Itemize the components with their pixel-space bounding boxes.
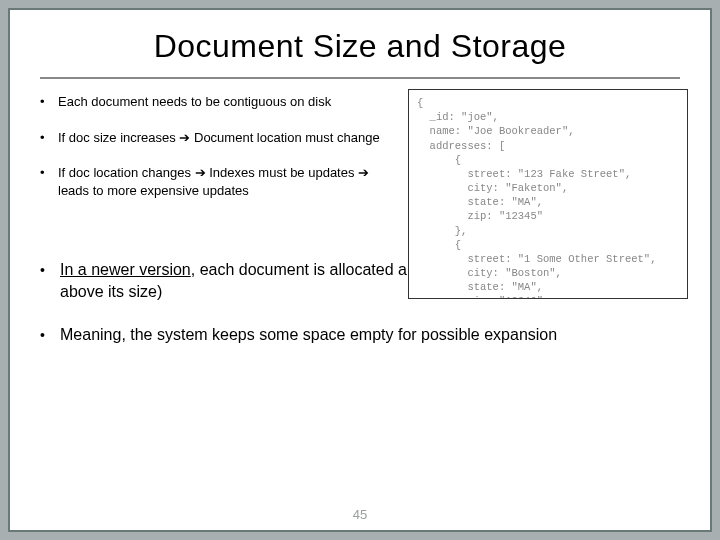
page-number: 45	[10, 507, 710, 522]
list-item: • Each document needs to be contiguous o…	[40, 93, 400, 111]
upper-bullet-list: • Each document needs to be contiguous o…	[40, 93, 400, 199]
bullet-text: If doc size increases ➔ Document locatio…	[58, 129, 380, 147]
list-item: • If doc size increases ➔ Document locat…	[40, 129, 400, 147]
bullet-text: Each document needs to be contiguous on …	[58, 93, 331, 111]
slide: Document Size and Storage • Each documen…	[8, 8, 712, 532]
slide-title: Document Size and Storage	[40, 28, 680, 65]
list-item: • Meaning, the system keeps some space e…	[40, 324, 680, 346]
bullet-icon: •	[40, 129, 58, 147]
bullet-icon: •	[40, 164, 58, 199]
list-item: • If doc location changes ➔ Indexes must…	[40, 164, 400, 199]
code-sample-box: { _id: "joe", name: "Joe Bookreader", ad…	[408, 89, 688, 299]
bullet-text: If doc location changes ➔ Indexes must b…	[58, 164, 400, 199]
content-area: • Each document needs to be contiguous o…	[40, 93, 680, 346]
bullet-icon: •	[40, 324, 60, 346]
bullet-icon: •	[40, 93, 58, 111]
underlined-text: In a newer version	[60, 261, 191, 278]
bullet-text: Meaning, the system keeps some space emp…	[60, 324, 557, 346]
title-rule	[40, 77, 680, 79]
bullet-icon: •	[40, 259, 60, 302]
